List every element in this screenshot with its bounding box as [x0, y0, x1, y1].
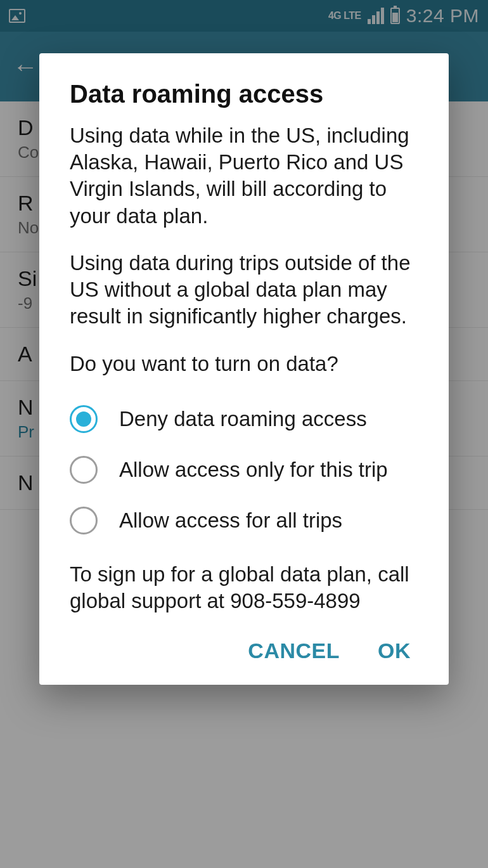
dialog-paragraph: Using data during trips outside of the U… — [70, 250, 418, 330]
radio-icon — [70, 507, 98, 534]
radio-label: Allow access for all trips — [119, 507, 418, 533]
dialog-paragraph: Using data while in the US, including Al… — [70, 122, 418, 230]
dialog-title: Data roaming access — [70, 80, 418, 108]
radio-option-allow-all[interactable]: Allow access for all trips — [70, 495, 418, 546]
roaming-options-group: Deny data roaming access Allow access on… — [70, 394, 418, 546]
radio-icon — [70, 456, 98, 484]
dialog-actions: CANCEL OK — [70, 632, 418, 670]
ok-button[interactable]: OK — [374, 632, 414, 670]
radio-option-allow-trip[interactable]: Allow access only for this trip — [70, 444, 418, 495]
radio-label: Deny data roaming access — [119, 406, 418, 432]
radio-icon — [70, 405, 98, 433]
dialog-body: Using data while in the US, including Al… — [70, 122, 418, 377]
cancel-button[interactable]: CANCEL — [244, 632, 344, 670]
radio-label: Allow access only for this trip — [119, 457, 418, 483]
dialog-question: Do you want to turn on data? — [70, 351, 418, 377]
data-roaming-dialog: Data roaming access Using data while in … — [39, 53, 449, 685]
radio-option-deny[interactable]: Deny data roaming access — [70, 394, 418, 444]
dialog-footer-text: To sign up for a global data plan, call … — [70, 561, 418, 614]
